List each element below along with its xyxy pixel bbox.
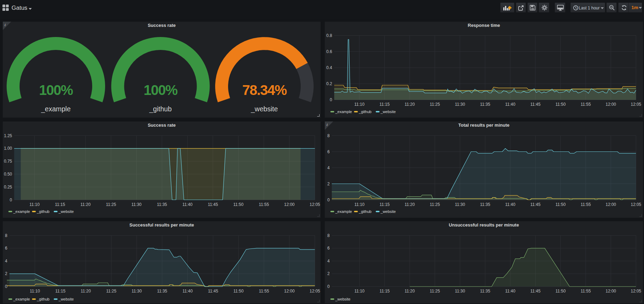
svg-text:0.6: 0.6 <box>326 49 332 54</box>
svg-text:11:10: 11:10 <box>354 202 365 207</box>
svg-text:11:20: 11:20 <box>405 202 415 207</box>
svg-text:_github: _github <box>359 209 372 214</box>
svg-text:_example: _example <box>41 105 71 113</box>
svg-text:12:00: 12:00 <box>284 202 294 207</box>
svg-text:11:15: 11:15 <box>380 289 390 294</box>
svg-text:11:55: 11:55 <box>580 102 591 107</box>
svg-text:11:15: 11:15 <box>55 289 65 294</box>
svg-text:11:15: 11:15 <box>55 202 65 207</box>
svg-text:11:10: 11:10 <box>29 202 39 207</box>
svg-text:11:25: 11:25 <box>430 289 440 294</box>
svg-text:11:35: 11:35 <box>157 202 167 207</box>
svg-text:0.8: 0.8 <box>326 33 332 38</box>
svg-text:0: 0 <box>327 284 330 289</box>
svg-text:2: 2 <box>5 271 7 276</box>
svg-text:11:45: 11:45 <box>208 289 218 294</box>
svg-text:11:55: 11:55 <box>580 289 591 294</box>
svg-text:11:50: 11:50 <box>555 289 565 294</box>
svg-text:0: 0 <box>327 198 330 202</box>
svg-text:11:40: 11:40 <box>505 289 515 294</box>
svg-text:0: 0 <box>5 284 7 289</box>
svg-text:11:25: 11:25 <box>106 289 116 294</box>
svg-text:12:05: 12:05 <box>309 202 320 207</box>
svg-text:11:45: 11:45 <box>208 202 218 207</box>
svg-text:_example: _example <box>335 209 352 214</box>
svg-text:8: 8 <box>327 133 330 138</box>
svg-text:11:50: 11:50 <box>555 202 565 207</box>
svg-text:_github: _github <box>37 209 50 214</box>
svg-text:_example: _example <box>13 297 30 301</box>
svg-text:11:45: 11:45 <box>530 102 540 107</box>
svg-text:12:05: 12:05 <box>631 202 641 207</box>
svg-text:11:50: 11:50 <box>233 289 243 294</box>
svg-text:11:20: 11:20 <box>405 289 415 294</box>
svg-text:2: 2 <box>327 181 330 186</box>
svg-text:11:30: 11:30 <box>455 289 465 294</box>
svg-text:12:05: 12:05 <box>309 289 320 294</box>
svg-text:100%: 100% <box>144 82 177 98</box>
svg-text:4: 4 <box>327 259 330 264</box>
svg-text:_example: _example <box>13 209 30 214</box>
svg-text:_website: _website <box>335 297 350 301</box>
svg-text:_website: _website <box>251 105 278 113</box>
svg-text:0: 0 <box>10 198 12 202</box>
svg-text:4: 4 <box>5 259 7 264</box>
svg-text:11:45: 11:45 <box>530 289 541 294</box>
svg-text:11:30: 11:30 <box>455 202 465 207</box>
svg-text:11:40: 11:40 <box>183 289 193 294</box>
svg-text:_github: _github <box>359 110 372 114</box>
svg-text:0.25: 0.25 <box>4 185 12 190</box>
svg-text:11:25: 11:25 <box>430 102 440 107</box>
svg-text:0.2: 0.2 <box>326 81 332 86</box>
svg-text:11:55: 11:55 <box>259 202 269 207</box>
svg-text:_website: _website <box>58 297 74 301</box>
svg-text:11:40: 11:40 <box>505 202 515 207</box>
svg-text:12:00: 12:00 <box>606 289 616 294</box>
svg-text:11:25: 11:25 <box>106 202 116 207</box>
svg-text:11:30: 11:30 <box>131 202 141 207</box>
svg-text:12:00: 12:00 <box>606 102 616 107</box>
svg-text:11:15: 11:15 <box>379 102 389 107</box>
svg-text:11:50: 11:50 <box>555 102 565 107</box>
svg-text:0: 0 <box>330 97 332 102</box>
svg-text:2: 2 <box>327 271 330 276</box>
svg-text:4: 4 <box>327 165 330 170</box>
svg-text:12:05: 12:05 <box>631 289 641 294</box>
svg-text:1.25: 1.25 <box>4 133 12 138</box>
svg-text:11:25: 11:25 <box>430 202 440 207</box>
svg-text:0.75: 0.75 <box>4 159 12 164</box>
svg-text:8: 8 <box>327 233 330 238</box>
svg-text:_github: _github <box>149 105 172 113</box>
svg-text:78.34%: 78.34% <box>242 82 287 98</box>
svg-text:_website: _website <box>380 110 396 114</box>
svg-text:100%: 100% <box>39 82 73 98</box>
svg-text:12:00: 12:00 <box>284 289 295 294</box>
svg-text:6: 6 <box>327 246 330 251</box>
svg-text:0.4: 0.4 <box>326 65 332 70</box>
svg-text:8: 8 <box>5 233 7 238</box>
svg-text:12:05: 12:05 <box>631 102 641 107</box>
svg-text:_example: _example <box>335 110 352 114</box>
svg-text:11:40: 11:40 <box>505 102 515 107</box>
svg-text:6: 6 <box>327 149 330 154</box>
svg-text:11:30: 11:30 <box>132 289 142 294</box>
svg-text:_website: _website <box>58 209 74 214</box>
svg-text:11:30: 11:30 <box>455 102 465 107</box>
svg-text:11:20: 11:20 <box>81 289 91 294</box>
svg-text:11:35: 11:35 <box>480 289 490 294</box>
svg-text:11:15: 11:15 <box>380 202 390 207</box>
svg-text:11:10: 11:10 <box>354 102 364 107</box>
svg-text:6: 6 <box>5 246 7 251</box>
svg-text:11:55: 11:55 <box>259 289 269 294</box>
svg-text:11:35: 11:35 <box>480 202 490 207</box>
svg-text:1.00: 1.00 <box>4 146 12 151</box>
svg-text:11:20: 11:20 <box>404 102 415 107</box>
svg-text:11:45: 11:45 <box>530 202 541 207</box>
svg-text:_website: _website <box>380 209 396 214</box>
svg-text:11:35: 11:35 <box>157 289 167 294</box>
svg-text:11:55: 11:55 <box>580 202 591 207</box>
svg-text:11:10: 11:10 <box>30 289 40 294</box>
svg-text:0.50: 0.50 <box>4 172 12 177</box>
svg-text:11:40: 11:40 <box>182 202 192 207</box>
svg-text:12:00: 12:00 <box>606 202 616 207</box>
